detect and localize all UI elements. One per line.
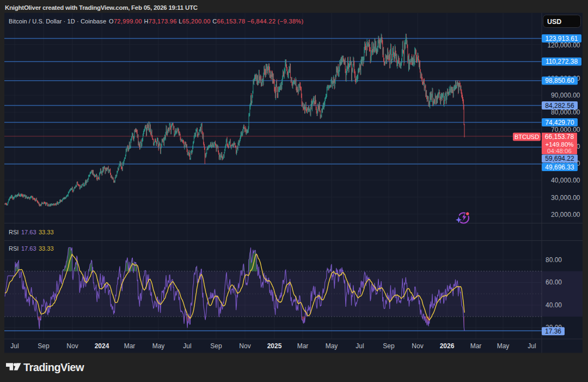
svg-text:33.33: 33.33 (39, 245, 54, 252)
svg-text:Jul: Jul (183, 342, 191, 350)
svg-text:May: May (152, 342, 165, 350)
svg-text:Nov: Nov (412, 342, 423, 350)
svg-text:USD: USD (547, 18, 561, 26)
svg-text:KnightOliver created with Trad: KnightOliver created with TradingView.co… (5, 4, 198, 11)
svg-text:120,000.00: 120,000.00 (547, 41, 580, 49)
svg-text:17.36: 17.36 (545, 328, 561, 335)
svg-text:49,696.33: 49,696.33 (545, 163, 574, 171)
svg-text:66,153.78: 66,153.78 (545, 133, 574, 141)
svg-text:Jul: Jul (528, 342, 536, 350)
svg-text:110,272.38: 110,272.38 (546, 58, 578, 65)
svg-text:Mar: Mar (124, 342, 136, 350)
svg-text:2026: 2026 (440, 342, 455, 350)
svg-text:80.00: 80.00 (546, 256, 562, 264)
svg-text:30,000.00: 30,000.00 (551, 194, 580, 202)
svg-text:123,913.61: 123,913.61 (545, 35, 578, 43)
svg-text:Mar: Mar (470, 342, 482, 350)
svg-text:TradingView: TradingView (23, 361, 84, 373)
svg-text:40,000.00: 40,000.00 (551, 177, 580, 184)
svg-text:RSI: RSI (9, 245, 19, 252)
svg-text:74,429.70: 74,429.70 (545, 119, 574, 126)
svg-text:Nov: Nov (66, 342, 78, 350)
svg-text:Sep: Sep (210, 342, 222, 350)
svg-text:O72,999.00 H73,173.96 L65,200.: O72,999.00 H73,173.96 L65,200.00 C66,153… (109, 18, 304, 25)
svg-text:Jul: Jul (356, 342, 364, 350)
svg-text:59,694.22: 59,694.22 (545, 155, 574, 162)
svg-text:90,000.00: 90,000.00 (551, 92, 580, 99)
svg-text:Nov: Nov (239, 342, 250, 350)
svg-text:17.63: 17.63 (21, 229, 36, 235)
svg-text:BTCUSD: BTCUSD (514, 134, 539, 140)
svg-text:Sep: Sep (38, 342, 50, 350)
svg-text:60.00: 60.00 (546, 278, 562, 286)
svg-text:Sep: Sep (383, 342, 395, 350)
svg-text:+149.80%: +149.80% (545, 141, 573, 148)
svg-text:84,282.56: 84,282.56 (545, 102, 574, 110)
svg-text:20,000.00: 20,000.00 (551, 211, 580, 219)
svg-text:2025: 2025 (267, 342, 282, 350)
svg-text:RSI: RSI (9, 229, 19, 235)
svg-text:Bitcoin / U.S. Dollar · 1D · C: Bitcoin / U.S. Dollar · 1D · Coinbase (9, 18, 106, 25)
svg-text:Jul: Jul (10, 342, 19, 350)
svg-text:17.63: 17.63 (21, 245, 36, 252)
svg-text:70,000.00: 70,000.00 (551, 126, 580, 134)
svg-text:98,850.60: 98,850.60 (545, 77, 574, 84)
svg-text:2024: 2024 (95, 342, 109, 350)
svg-text:04:48:06: 04:48:06 (547, 148, 572, 154)
svg-text:May: May (497, 342, 510, 350)
svg-text:40.00: 40.00 (546, 301, 562, 309)
svg-text:May: May (326, 342, 338, 350)
svg-text:Mar: Mar (297, 342, 309, 350)
svg-text:33.33: 33.33 (39, 229, 54, 235)
svg-text:80,000.00: 80,000.00 (551, 108, 580, 116)
